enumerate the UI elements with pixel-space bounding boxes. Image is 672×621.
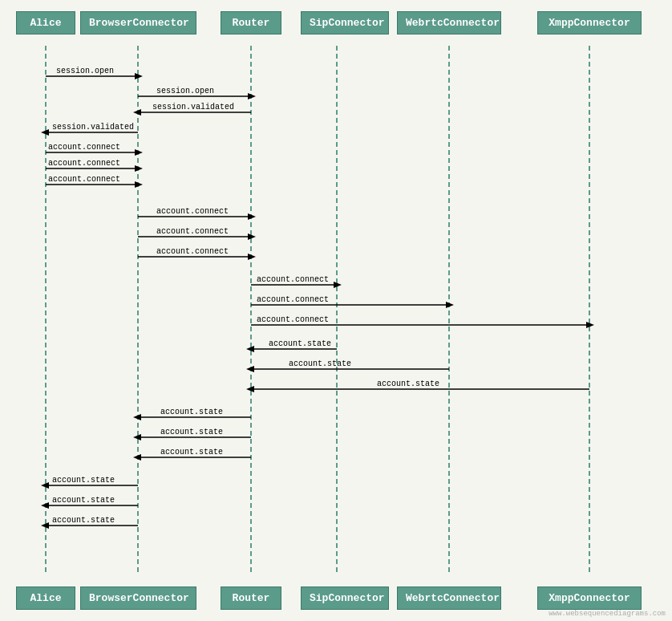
svg-marker-46 bbox=[246, 346, 254, 352]
svg-text:account.connect: account.connect bbox=[48, 175, 120, 184]
svg-text:account.state: account.state bbox=[52, 516, 115, 525]
svg-text:account.state: account.state bbox=[160, 408, 223, 416]
svg-text:account.state: account.state bbox=[160, 428, 223, 436]
svg-marker-67 bbox=[41, 502, 49, 509]
actor-sip-top: SipConnector bbox=[301, 11, 389, 34]
svg-marker-25 bbox=[135, 181, 143, 188]
svg-marker-58 bbox=[133, 434, 141, 440]
sequence-arrows: session.open session.open session.valida… bbox=[0, 0, 672, 621]
actor-xmpp-top: XmppConnector bbox=[537, 11, 642, 34]
actor-alice-top: Alice bbox=[16, 11, 75, 34]
svg-text:account.state: account.state bbox=[160, 448, 223, 457]
svg-marker-13 bbox=[133, 109, 141, 116]
svg-text:session.open: session.open bbox=[56, 67, 114, 75]
watermark: www.websequencediagrams.com bbox=[549, 610, 666, 618]
svg-marker-28 bbox=[248, 213, 256, 220]
svg-text:account.state: account.state bbox=[52, 476, 115, 485]
svg-text:account.connect: account.connect bbox=[156, 207, 229, 216]
svg-marker-34 bbox=[248, 254, 256, 260]
svg-text:account.connect: account.connect bbox=[48, 143, 120, 152]
svg-text:session.validated: session.validated bbox=[52, 123, 134, 132]
svg-text:account.connect: account.connect bbox=[257, 315, 329, 324]
svg-marker-52 bbox=[246, 386, 254, 392]
svg-text:account.connect: account.connect bbox=[257, 275, 329, 284]
actor-router-bottom: Router bbox=[221, 586, 281, 610]
svg-marker-61 bbox=[133, 454, 141, 461]
svg-text:account.connect: account.connect bbox=[257, 295, 329, 304]
svg-marker-43 bbox=[586, 322, 594, 328]
svg-marker-31 bbox=[248, 233, 256, 240]
svg-marker-40 bbox=[446, 302, 454, 308]
svg-text:account.state: account.state bbox=[269, 339, 331, 348]
actor-xmpp-bottom: XmppConnector bbox=[537, 586, 642, 610]
actor-alice-bottom: Alice bbox=[16, 586, 75, 610]
svg-marker-22 bbox=[135, 165, 143, 172]
svg-text:account.state: account.state bbox=[377, 380, 439, 388]
svg-marker-70 bbox=[41, 522, 49, 529]
svg-marker-64 bbox=[41, 482, 49, 489]
actor-router-top: Router bbox=[221, 11, 281, 34]
actor-webrtc-top: WebrtcConnector bbox=[397, 11, 501, 34]
svg-text:account.connect: account.connect bbox=[156, 247, 229, 256]
svg-text:session.validated: session.validated bbox=[152, 103, 234, 112]
svg-marker-19 bbox=[135, 149, 143, 156]
svg-marker-55 bbox=[133, 414, 141, 420]
diagram-container: session.open session.open session.valida… bbox=[0, 0, 672, 621]
svg-text:account.connect: account.connect bbox=[156, 227, 229, 236]
svg-marker-10 bbox=[248, 93, 256, 99]
svg-marker-37 bbox=[334, 282, 342, 288]
actor-browser-bottom: BrowserConnector bbox=[80, 586, 196, 610]
actor-browser-top: BrowserConnector bbox=[80, 11, 196, 34]
svg-text:session.open: session.open bbox=[156, 87, 214, 95]
svg-text:account.state: account.state bbox=[289, 359, 351, 368]
svg-marker-16 bbox=[41, 129, 49, 136]
actor-sip-bottom: SipConnector bbox=[301, 586, 389, 610]
svg-marker-7 bbox=[135, 73, 143, 79]
svg-text:account.connect: account.connect bbox=[48, 159, 120, 168]
svg-marker-49 bbox=[246, 366, 254, 372]
actor-webrtc-bottom: WebrtcConnector bbox=[397, 586, 501, 610]
svg-text:account.state: account.state bbox=[52, 496, 115, 505]
